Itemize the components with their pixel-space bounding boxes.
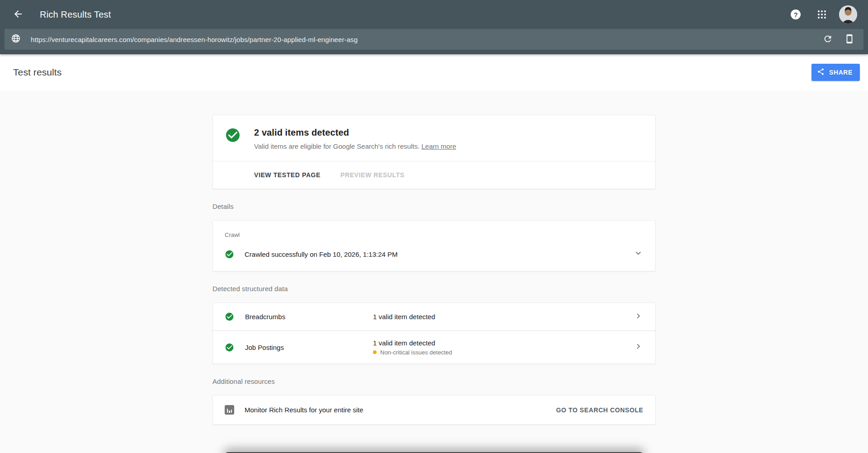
- crawl-label: Crawl: [225, 231, 643, 238]
- apps-menu-button[interactable]: [813, 5, 831, 24]
- refresh-button[interactable]: [822, 33, 834, 45]
- additional-resources-section-label: Additional resources: [212, 378, 656, 385]
- summary-title: 2 valid items detected: [254, 127, 456, 138]
- details-section-label: Details: [212, 203, 656, 210]
- header-block: Rich Results Test ?: [0, 0, 868, 54]
- preview-results-button: PREVIEW RESULTS: [340, 168, 405, 182]
- url-row: https://venturecapitalcareers.com/compan…: [0, 29, 868, 50]
- bar-chart-icon: [225, 405, 234, 415]
- structured-data-card: Breadcrumbs 1 valid item detected Job Po…: [212, 302, 656, 364]
- crawl-card: Crawl Crawled successfully on Feb 10, 20…: [212, 220, 656, 271]
- structured-data-name: Breadcrumbs: [245, 313, 373, 321]
- resource-label: Monitor Rich Results for your entire sit…: [245, 406, 556, 414]
- share-button-label: SHARE: [829, 69, 853, 76]
- back-button[interactable]: [9, 5, 27, 24]
- url-text: https://venturecapitalcareers.com/compan…: [31, 36, 822, 43]
- structured-data-row-breadcrumbs[interactable]: Breadcrumbs 1 valid item detected: [213, 303, 655, 330]
- help-button[interactable]: ?: [787, 5, 805, 24]
- go-to-search-console-link[interactable]: GO TO SEARCH CONSOLE: [556, 406, 643, 414]
- smartphone-icon: [844, 34, 854, 45]
- results-header: Test results SHARE: [0, 54, 868, 90]
- structured-data-warning: Non-critical issues detected: [373, 349, 633, 356]
- chevron-right-icon: [633, 341, 643, 353]
- content-area: 2 valid items detected Valid items are e…: [0, 90, 868, 425]
- crawl-status-row[interactable]: Crawled successfully on Feb 10, 2026, 1:…: [225, 248, 643, 260]
- learn-more-link[interactable]: Learn more: [421, 142, 456, 150]
- help-icon: ?: [791, 9, 801, 19]
- page-title: Test results: [13, 67, 811, 78]
- back-arrow-icon: [13, 9, 24, 21]
- warning-dot-icon: [373, 350, 377, 354]
- app-bar: Rich Results Test ?: [0, 0, 868, 29]
- share-icon: [817, 68, 825, 77]
- structured-data-row-job-postings[interactable]: Job Postings 1 valid item detected Non-c…: [213, 331, 655, 363]
- row-success-check-icon: [225, 343, 234, 352]
- smartphone-button[interactable]: [844, 33, 855, 45]
- additional-resources-card: Monitor Rich Results for your entire sit…: [212, 395, 656, 425]
- success-check-icon: [225, 127, 241, 143]
- apps-grid-icon: [818, 10, 826, 19]
- share-button[interactable]: SHARE: [811, 64, 860, 81]
- chevron-down-icon[interactable]: [633, 248, 643, 260]
- app-title: Rich Results Test: [40, 9, 111, 20]
- crawl-success-check-icon: [225, 250, 234, 259]
- chevron-right-icon: [633, 311, 643, 323]
- warning-text: Non-critical issues detected: [380, 349, 452, 356]
- structured-data-name: Job Postings: [245, 344, 373, 351]
- summary-subtitle: Valid items are eligible for Google Sear…: [254, 142, 420, 150]
- structured-data-status: 1 valid item detected: [373, 339, 633, 347]
- summary-card: 2 valid items detected Valid items are e…: [212, 115, 656, 189]
- refresh-icon: [823, 34, 833, 45]
- crawl-status-text: Crawled successfully on Feb 10, 2026, 1:…: [245, 250, 633, 258]
- url-bar[interactable]: https://venturecapitalcareers.com/compan…: [5, 29, 863, 50]
- avatar[interactable]: [839, 5, 857, 24]
- globe-icon: [11, 33, 21, 45]
- structured-data-status: 1 valid item detected: [373, 313, 633, 321]
- structured-data-section-label: Detected structured data: [212, 285, 656, 293]
- row-success-check-icon: [225, 312, 234, 321]
- view-tested-page-button[interactable]: VIEW TESTED PAGE: [254, 168, 321, 182]
